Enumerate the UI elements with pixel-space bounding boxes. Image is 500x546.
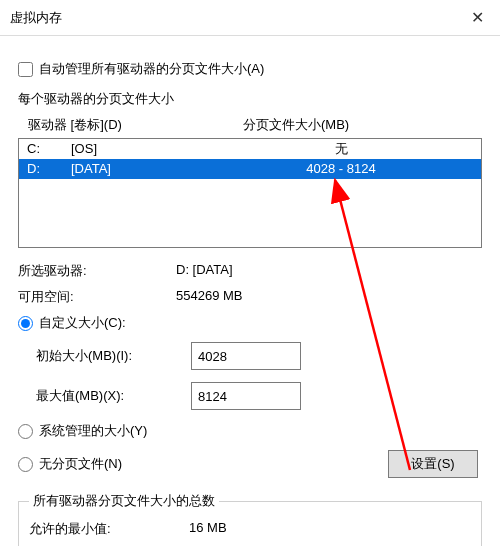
header-drive: 驱动器 [卷标](D) bbox=[28, 116, 243, 134]
close-button[interactable]: ✕ bbox=[454, 0, 500, 36]
no-paging-set-row: 无分页文件(N) 设置(S) bbox=[18, 450, 482, 478]
initial-size-input[interactable] bbox=[191, 342, 301, 370]
drive-row-d[interactable]: D: [DATA] 4028 - 8124 bbox=[19, 159, 481, 179]
min-allowed-label: 允许的最小值: bbox=[29, 520, 189, 538]
drive-size: 4028 - 8124 bbox=[241, 159, 481, 179]
header-size: 分页文件大小(MB) bbox=[243, 116, 480, 134]
initial-size-row: 初始大小(MB)(I): bbox=[36, 342, 482, 370]
drive-letter: D: bbox=[27, 159, 71, 179]
set-button-label: 设置(S) bbox=[411, 455, 454, 473]
window-title: 虚拟内存 bbox=[10, 9, 454, 27]
custom-size-label: 自定义大小(C): bbox=[39, 314, 126, 332]
no-paging-row: 无分页文件(N) bbox=[18, 455, 122, 473]
drive-letter: C: bbox=[27, 139, 71, 159]
system-managed-row: 系统管理的大小(Y) bbox=[18, 422, 482, 440]
drive-list[interactable]: C: [OS] 无 D: [DATA] 4028 - 8124 bbox=[18, 138, 482, 248]
free-space-value: 554269 MB bbox=[176, 288, 482, 306]
free-space-row: 可用空间: 554269 MB bbox=[18, 288, 482, 306]
free-space-label: 可用空间: bbox=[18, 288, 176, 306]
per-drive-label: 每个驱动器的分页文件大小 bbox=[18, 90, 482, 108]
max-size-row: 最大值(MB)(X): bbox=[36, 382, 482, 410]
close-icon: ✕ bbox=[471, 8, 484, 27]
system-managed-radio[interactable] bbox=[18, 424, 33, 439]
selected-drive-label: 所选驱动器: bbox=[18, 262, 176, 280]
min-allowed-value: 16 MB bbox=[189, 520, 471, 538]
titlebar: 虚拟内存 ✕ bbox=[0, 0, 500, 36]
custom-size-radio[interactable] bbox=[18, 316, 33, 331]
min-allowed-row: 允许的最小值: 16 MB bbox=[29, 520, 471, 538]
system-managed-label: 系统管理的大小(Y) bbox=[39, 422, 147, 440]
max-size-label: 最大值(MB)(X): bbox=[36, 387, 191, 405]
auto-manage-checkbox[interactable] bbox=[18, 62, 33, 77]
custom-size-row: 自定义大小(C): bbox=[18, 314, 482, 332]
initial-size-label: 初始大小(MB)(I): bbox=[36, 347, 191, 365]
set-button[interactable]: 设置(S) bbox=[388, 450, 478, 478]
drive-label: [OS] bbox=[71, 139, 241, 159]
totals-legend: 所有驱动器分页文件大小的总数 bbox=[29, 492, 219, 510]
drive-row-c[interactable]: C: [OS] 无 bbox=[19, 139, 481, 159]
auto-manage-label: 自动管理所有驱动器的分页文件大小(A) bbox=[39, 60, 264, 78]
no-paging-label: 无分页文件(N) bbox=[39, 455, 122, 473]
content-area: 自动管理所有驱动器的分页文件大小(A) 每个驱动器的分页文件大小 驱动器 [卷标… bbox=[0, 36, 500, 546]
max-size-input[interactable] bbox=[191, 382, 301, 410]
auto-manage-row: 自动管理所有驱动器的分页文件大小(A) bbox=[18, 60, 482, 78]
selected-drive-value: D: [DATA] bbox=[176, 262, 482, 280]
selected-drive-row: 所选驱动器: D: [DATA] bbox=[18, 262, 482, 280]
drive-size: 无 bbox=[241, 139, 481, 159]
drive-headers: 驱动器 [卷标](D) 分页文件大小(MB) bbox=[18, 116, 482, 138]
no-paging-radio[interactable] bbox=[18, 457, 33, 472]
drive-label: [DATA] bbox=[71, 159, 241, 179]
totals-group: 所有驱动器分页文件大小的总数 允许的最小值: 16 MB bbox=[18, 492, 482, 546]
